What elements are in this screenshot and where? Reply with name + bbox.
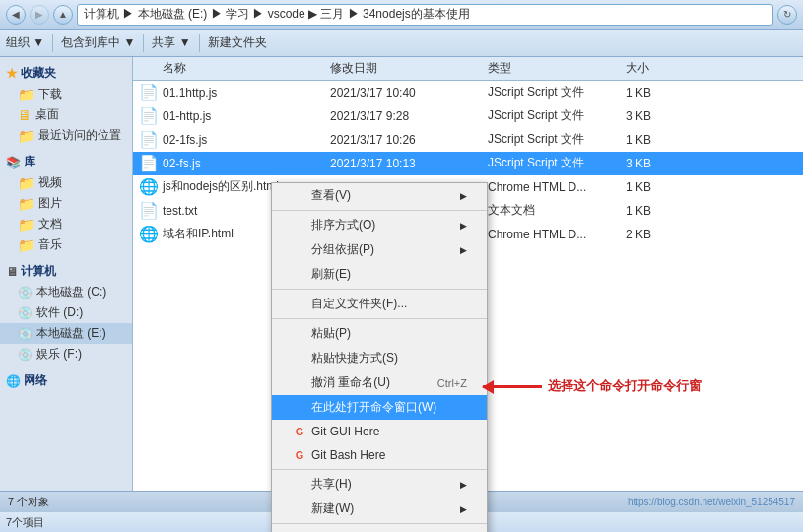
share-button[interactable]: 共享 ▼ <box>152 34 190 51</box>
menu-icon <box>292 242 307 258</box>
context-menu-item[interactable]: 粘贴(P) <box>272 321 487 346</box>
context-menu-item[interactable]: 自定义文件夹(F)... <box>272 292 487 316</box>
favorites-section: ★ 收藏夹 📁 下载 🖥 桌面 📁 最近访问的位置 <box>0 63 132 146</box>
computer-icon: 🖥 <box>6 265 18 279</box>
menu-icon <box>292 267 307 283</box>
submenu-arrow-icon: ▶ <box>460 480 467 490</box>
ctx-label: Git Bash Here <box>311 448 385 462</box>
col-size-header[interactable]: 大小 <box>626 60 685 77</box>
submenu-arrow-icon: ▶ <box>460 191 467 201</box>
sidebar-item-desktop[interactable]: 🖥 桌面 <box>0 104 132 125</box>
forward-button[interactable]: ▶ <box>30 5 49 25</box>
address-box[interactable]: 计算机 ▶ 本地磁盘 (E:) ▶ 学习 ▶ vscode ▶ 三月 ▶ 34n… <box>77 4 773 26</box>
ctx-label: 新建(W) <box>311 500 354 517</box>
table-row[interactable]: 📄 01.1http.js 2021/3/17 10:40 JScript Sc… <box>133 81 803 104</box>
context-menu-item[interactable]: 排序方式(O) ▶ <box>272 213 487 237</box>
file-icon: 📄 <box>139 201 159 220</box>
ctx-item-left: G Git Bash Here <box>292 447 385 463</box>
drive-icon: 💿 <box>18 327 33 341</box>
sidebar-item-drive-d[interactable]: 💿 软件 (D:) <box>0 302 132 323</box>
context-menu-item[interactable]: G Git Bash Here <box>272 443 487 467</box>
file-icon-cell: 📄 02-1fs.js <box>133 130 330 149</box>
sidebar: ★ 收藏夹 📁 下载 🖥 桌面 📁 最近访问的位置 📚 <box>0 57 133 491</box>
file-icon: 🌐 <box>139 177 159 196</box>
context-menu-item[interactable]: 刷新(E) <box>272 262 487 287</box>
context-menu-item[interactable]: 在此处打开命令窗口(W) <box>272 395 487 420</box>
sidebar-item-download[interactable]: 📁 下载 <box>0 84 132 104</box>
context-menu-item[interactable]: 撤消 重命名(U) Ctrl+Z <box>272 370 487 395</box>
menu-icon <box>292 375 307 391</box>
sidebar-item-music[interactable]: 📁 音乐 <box>0 234 132 255</box>
col-date-header[interactable]: 修改日期 <box>330 60 488 77</box>
ctx-item-left: 自定义文件夹(F)... <box>292 296 407 312</box>
context-menu-item[interactable]: 分组依据(P) ▶ <box>272 237 487 262</box>
context-menu-item[interactable]: G Git GUI Here <box>272 420 487 443</box>
sidebar-item-drive-c[interactable]: 💿 本地磁盘 (C:) <box>0 282 132 302</box>
sidebar-item-recent[interactable]: 📁 最近访问的位置 <box>0 125 132 146</box>
menu-icon <box>292 477 307 493</box>
star-icon: ★ <box>6 66 18 81</box>
file-date: 2021/3/17 10:13 <box>330 157 488 170</box>
include-library-button[interactable]: 包含到库中 ▼ <box>61 34 135 51</box>
file-type: 文本文档 <box>488 202 626 219</box>
folder-icon: 📁 <box>18 87 34 102</box>
context-menu-separator <box>272 523 487 524</box>
context-menu-separator <box>272 469 487 470</box>
context-menu-item[interactable]: 查看(V) ▶ <box>272 183 487 208</box>
ctx-item-left: 粘贴(P) <box>292 325 351 342</box>
file-name: 域名和IP.html <box>163 226 234 242</box>
ctx-item-left: 粘贴快捷方式(S) <box>292 350 398 366</box>
ctx-item-left: 新建(W) <box>292 500 354 517</box>
sidebar-item-images[interactable]: 📁 图片 <box>0 193 132 214</box>
library-header[interactable]: 📚 库 <box>0 152 132 172</box>
context-menu-item[interactable]: 新建(W) ▶ <box>272 497 487 521</box>
ctx-label: 查看(V) <box>311 187 351 204</box>
table-row[interactable]: 📄 02-1fs.js 2021/3/17 10:26 JScript Scri… <box>133 128 803 152</box>
context-menu: 查看(V) ▶ 排序方式(O) ▶ 分组依据(P) ▶ 刷新(E) <box>271 182 488 532</box>
context-menu-separator <box>272 210 487 211</box>
git-icon: G <box>292 424 307 439</box>
ctx-label: 粘贴(P) <box>311 325 351 342</box>
back-button[interactable]: ◀ <box>6 5 26 25</box>
table-row[interactable]: 📄 01-http.js 2021/3/17 9:28 JScript Scri… <box>133 104 803 128</box>
computer-section: 🖥 计算机 💿 本地磁盘 (C:) 💿 软件 (D:) 💿 本地磁盘 (E:) … <box>0 261 132 365</box>
file-type: JScript Script 文件 <box>488 155 626 171</box>
context-menu-item[interactable]: 属性(R) <box>272 526 487 532</box>
network-header[interactable]: 🌐 网络 <box>0 370 132 391</box>
table-row[interactable]: 📄 02-fs.js 2021/3/17 10:13 JScript Scrip… <box>133 152 803 175</box>
favorites-header[interactable]: ★ 收藏夹 <box>0 63 132 84</box>
annotation-arrow: 选择这个命令打开命令行窗 <box>483 377 702 395</box>
network-icon: 🌐 <box>6 374 21 388</box>
ctx-item-left: 刷新(E) <box>292 266 351 283</box>
refresh-button[interactable]: ↻ <box>777 5 797 25</box>
ctx-item-left: 在此处打开命令窗口(W) <box>292 399 436 416</box>
sidebar-item-documents[interactable]: 📁 文档 <box>0 214 132 234</box>
folder-icon: 📁 <box>18 196 34 212</box>
context-menu-item[interactable]: 粘贴快捷方式(S) <box>272 346 487 370</box>
col-name-header[interactable]: 名称 <box>133 60 330 77</box>
new-folder-button[interactable]: 新建文件夹 <box>208 34 267 51</box>
file-icon-cell: 📄 02-fs.js <box>133 154 330 172</box>
sidebar-item-drive-f[interactable]: 💿 娱乐 (F:) <box>0 344 132 365</box>
col-type-header[interactable]: 类型 <box>488 60 626 77</box>
ctx-label: 自定义文件夹(F)... <box>311 296 407 312</box>
ctx-item-left: G Git GUI Here <box>292 424 379 439</box>
computer-header[interactable]: 🖥 计算机 <box>0 261 132 282</box>
organize-button[interactable]: 组织 ▼ <box>6 34 44 51</box>
ctx-item-left: 共享(H) <box>292 476 352 493</box>
context-menu-separator <box>272 318 487 319</box>
submenu-arrow-icon: ▶ <box>460 504 467 514</box>
menu-icon <box>292 297 307 312</box>
file-type: Chrome HTML D... <box>488 180 626 194</box>
up-button[interactable]: ▲ <box>53 5 73 25</box>
file-size: 3 KB <box>626 157 685 170</box>
file-icon: 🌐 <box>139 225 159 243</box>
selected-count: 7个项目 <box>6 515 44 530</box>
file-type: Chrome HTML D... <box>488 228 626 241</box>
sidebar-item-drive-e[interactable]: 💿 本地磁盘 (E:) <box>0 323 132 344</box>
sidebar-item-videos[interactable]: 📁 视频 <box>0 172 132 193</box>
toolbar-separator <box>52 34 53 52</box>
context-menu-item[interactable]: 共享(H) ▶ <box>272 472 487 497</box>
folder-icon: 📁 <box>18 217 34 233</box>
ctx-label: Git GUI Here <box>311 425 379 438</box>
